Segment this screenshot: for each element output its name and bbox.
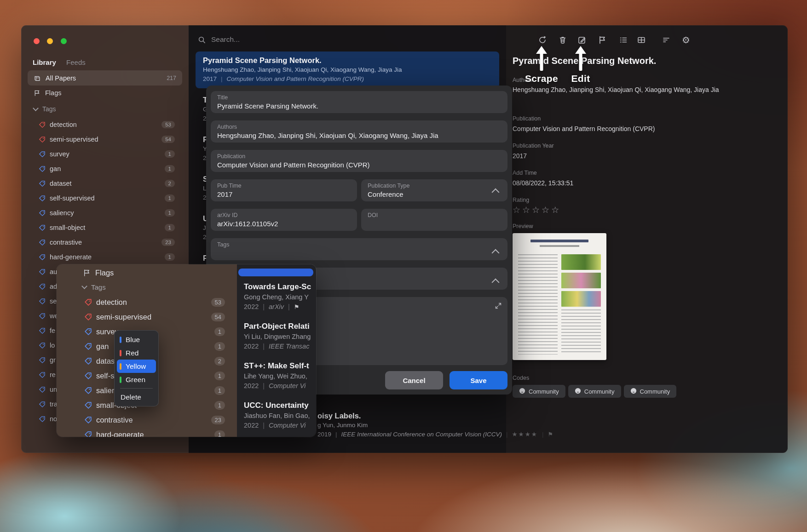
sidebar-item-all-papers[interactable]: All Papers 217 (28, 70, 182, 86)
detail-add-time: 08/08/2022, 15:33:51 (513, 178, 733, 188)
pdf-preview-thumbnail[interactable] (513, 233, 606, 360)
github-icon (519, 388, 525, 395)
tag-color-menu: BlueRedYellowGreenDelete (114, 330, 159, 406)
paper-list-item-partial[interactable]: oisy Labels. g Yun, Junmo Kim 2019 IEEE … (317, 411, 515, 439)
tag-label: un (50, 386, 57, 393)
table-view-button[interactable] (636, 34, 647, 46)
paper-meta: 2022arXiv (244, 302, 316, 312)
sidebar-item-flags[interactable]: Flags (83, 266, 114, 279)
sidebar-tag-item[interactable]: gan1 (21, 161, 189, 176)
field-label: DOI (368, 212, 501, 218)
doi-field[interactable]: DOI (361, 209, 507, 231)
community-code-button[interactable]: Community (513, 385, 565, 398)
scrape-annotation-label: Scrape (524, 73, 559, 84)
tags-section-header[interactable]: Tags (34, 103, 56, 115)
tag-count-badge: 23 (161, 239, 175, 246)
list-view-button[interactable] (618, 34, 629, 46)
tag-icon (39, 239, 46, 246)
tab-library[interactable]: Library (33, 58, 56, 66)
menu-item-green[interactable]: Green (117, 373, 156, 386)
tag-icon (39, 372, 46, 378)
separator (263, 342, 265, 351)
publication-year-label: Publication Year (513, 143, 554, 149)
thumb-authors-bar (540, 245, 579, 247)
chevron-down-icon (33, 105, 39, 111)
tab-feeds[interactable]: Feeds (66, 58, 86, 66)
publication-field[interactable]: Publication Computer Vision and Pattern … (211, 150, 507, 172)
overlay-tag-item[interactable]: hard-generate1 (57, 427, 237, 437)
edit-button[interactable] (576, 34, 588, 46)
title-field[interactable]: Title Pyramid Scene Parsing Network. (211, 91, 507, 113)
minimize-button[interactable] (47, 38, 53, 44)
sidebar-tag-item[interactable]: saliency1 (21, 206, 189, 220)
overlay-tag-item[interactable]: semi-supervised54 (57, 309, 237, 324)
paper-authors: Gong Cheng, Xiang Y (244, 292, 316, 302)
tag-label: small-object (50, 224, 85, 231)
tag-label: hard-generate (96, 430, 144, 437)
sort-button[interactable] (661, 34, 672, 46)
tag-icon (39, 313, 46, 320)
search-bar[interactable] (198, 33, 488, 46)
tag-label: survey (50, 150, 69, 158)
overlay-tag-item[interactable]: detection53 (57, 295, 237, 309)
zoom-button[interactable] (61, 38, 67, 44)
pub-time-field[interactable]: Pub Time 2017 (211, 179, 357, 201)
tag-icon (84, 313, 92, 321)
settings-button[interactable] (680, 34, 692, 46)
tags-field[interactable]: Tags (211, 238, 507, 260)
sidebar-tag-item[interactable]: semi-supervised54 (21, 132, 189, 147)
paper-list-item[interactable]: Part-Object RelatiYi Liu, Dingwen Zhang2… (237, 318, 316, 357)
expand-icon[interactable] (495, 303, 501, 311)
tag-icon (39, 210, 46, 217)
sidebar-tag-item[interactable]: detection53 (21, 117, 189, 132)
color-swatch-icon (120, 350, 121, 356)
arxiv-id-field[interactable]: arXiv ID arXiv:1612.01105v2 (211, 209, 357, 231)
tag-label: au (50, 268, 57, 275)
tag-label: detection (96, 298, 127, 307)
search-input[interactable] (210, 35, 488, 44)
tag-label: gan (50, 165, 61, 172)
community-code-button[interactable]: Community (568, 385, 621, 398)
tags-section-header[interactable]: Tags (82, 281, 106, 293)
preview-label: Preview (513, 223, 533, 229)
menu-item-blue[interactable]: Blue (117, 333, 156, 346)
scrape-button[interactable] (537, 34, 548, 46)
close-button[interactable] (34, 38, 40, 44)
tag-icon (39, 166, 46, 172)
paper-title: Towards Large-Sc (244, 281, 316, 292)
paper-year: 2017 (203, 74, 217, 84)
authors-field[interactable]: Authors Hengshuang Zhao, Jianping Shi, X… (211, 120, 507, 143)
save-button[interactable]: Save (450, 371, 507, 389)
paper-list-item[interactable]: ST++: Make Self-tLihe Yang, Wei Zhuo,202… (237, 357, 316, 397)
sidebar-tag-item[interactable]: survey1 (21, 147, 189, 161)
tag-count-badge: 1 (214, 430, 225, 437)
paper-list-item[interactable]: Towards Large-ScGong Cheng, Xiang Y2022a… (237, 278, 316, 318)
community-code-button[interactable]: Community (624, 385, 677, 398)
cancel-button[interactable]: Cancel (385, 371, 443, 389)
overlay-tag-item[interactable]: contrastive23 (57, 412, 237, 427)
tag-label: semi-supervised (50, 136, 98, 143)
menu-item-red[interactable]: Red (117, 346, 156, 360)
sidebar-tag-item[interactable]: hard-generate1 (21, 250, 189, 264)
menu-item-delete[interactable]: Delete (117, 390, 156, 404)
edit-annotation-label: Edit (563, 73, 598, 84)
tag-count-badge: 2 (165, 180, 175, 187)
chevron-up-icon (492, 249, 500, 257)
publication-type-select[interactable]: Publication Type Conference (361, 179, 507, 201)
paper-list-item[interactable]: Pyramid Scene Parsing Network.Hengshuang… (196, 51, 499, 88)
sidebar-item-flags[interactable]: Flags (34, 86, 61, 100)
separator (263, 421, 265, 430)
delete-button[interactable] (557, 34, 568, 46)
tag-count-badge: 1 (165, 150, 175, 158)
paper-list-item[interactable]: UCC: UncertaintyJiashuo Fan, Bin Gao,202… (237, 397, 316, 436)
detail-authors: Hengshuang Zhao, Jianping Shi, Xiaojuan … (513, 85, 720, 95)
sidebar-tag-item[interactable]: contrastive23 (21, 235, 189, 250)
paper-authors: Lihe Yang, Wei Zhuo, (244, 372, 316, 381)
sidebar-tag-item[interactable]: self-supervised1 (21, 191, 189, 206)
tag-icon (84, 401, 92, 409)
sidebar-tag-item[interactable]: dataset2 (21, 176, 189, 191)
flag-button[interactable] (597, 34, 608, 46)
sidebar-tag-item[interactable]: small-object1 (21, 220, 189, 235)
menu-item-yellow[interactable]: Yellow (117, 360, 156, 373)
rating-stars[interactable]: ☆☆☆☆☆ (513, 205, 561, 215)
